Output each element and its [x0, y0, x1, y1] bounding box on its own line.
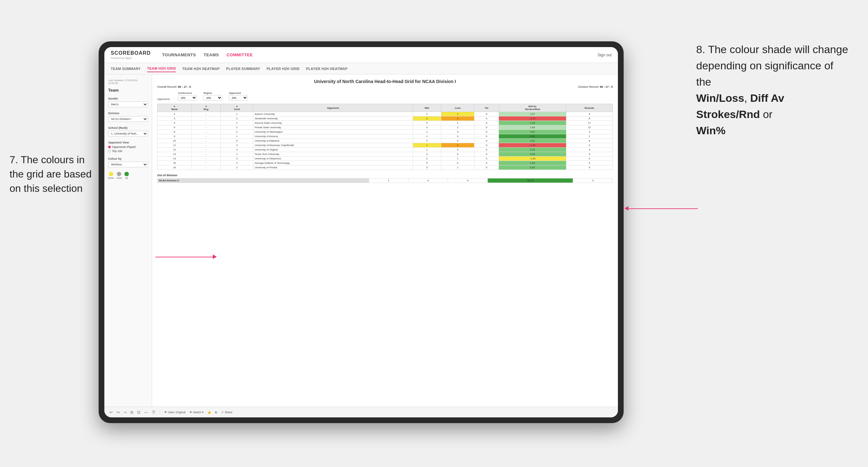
- sub-nav-player-summary[interactable]: PLAYER SUMMARY: [226, 65, 260, 72]
- arrow-right-line: [628, 208, 698, 209]
- table-row: 11 - 4 University of Arkansas, Fayettevi…: [157, 143, 613, 148]
- cell-diff: 2.28: [499, 121, 566, 125]
- sidebar-colourby-label: Colour by: [108, 157, 148, 160]
- cell-rounds: 3: [566, 130, 613, 134]
- sidebar-radio-top100[interactable]: Top 100: [108, 150, 148, 153]
- region-filter: Region (All): [203, 92, 222, 100]
- toolbar-grid-btn[interactable]: ⊞: [215, 411, 217, 414]
- cell-opponent: Arizona State University: [253, 121, 413, 125]
- cell-opponent: Florida State University: [253, 125, 413, 130]
- toolbar-forward-icon[interactable]: ⤻: [123, 410, 127, 414]
- cell-win: 0: [413, 117, 441, 121]
- cell-rounds: 9: [566, 165, 613, 170]
- sub-nav-team-h2h-grid[interactable]: TEAM H2H GRID: [147, 65, 176, 72]
- sidebar-school-select[interactable]: 1. University of Nort...: [108, 131, 148, 136]
- od-diff: 26.00: [488, 179, 573, 183]
- table-row: 6 - 2 Florida State University 4 2 0 1.8…: [157, 125, 613, 130]
- cell-loss: 0: [441, 139, 474, 143]
- cell-tie: 0: [474, 130, 499, 134]
- cell-win: 1: [413, 134, 441, 139]
- toolbar-view-btn[interactable]: 👁 View: Original: [164, 411, 186, 414]
- main-content: Last Updated: 27/03/2024 16:55:38 Team G…: [104, 74, 618, 407]
- radio-opponents-dot: [108, 146, 111, 148]
- logo: SCOREBOARD: [111, 50, 151, 56]
- od-label: NCAA Division II: [157, 179, 369, 183]
- cell-conf: 2: [220, 165, 253, 170]
- opponent-select[interactable]: (All): [229, 95, 248, 100]
- cell-conf: 2: [220, 130, 253, 134]
- cell-win: 1: [413, 148, 441, 152]
- cell-reg: -: [191, 125, 220, 130]
- cell-tie: 0: [474, 125, 499, 130]
- top-nav: SCOREBOARD Powered by clippd TOURNAMENTS…: [104, 47, 618, 63]
- th-opponent: Opponent: [253, 104, 413, 112]
- annotation-right-bold3: Win%: [696, 124, 725, 136]
- sub-nav-team-summary[interactable]: TEAM SUMMARY: [111, 65, 141, 72]
- annotation-left: 7. The colours in the grid are based on …: [9, 153, 99, 195]
- out-of-division-table: NCAA Division II 1 0 0 26.00 3: [157, 178, 613, 183]
- toolbar-redo-icon[interactable]: ↪: [117, 410, 120, 414]
- arrow-left-head: [213, 254, 217, 259]
- sub-nav-player-h2h-grid[interactable]: PLAYER H2H GRID: [267, 65, 300, 72]
- toolbar-clock-icon[interactable]: ⏱: [152, 410, 156, 414]
- cell-rounds: 2: [566, 134, 613, 139]
- nav-link-tournaments[interactable]: TOURNAMENTS: [162, 51, 196, 59]
- sign-out[interactable]: Sign out: [597, 53, 612, 57]
- cell-loss: 4: [441, 117, 474, 121]
- cell-win: 1: [413, 143, 441, 148]
- region-label: Region: [203, 92, 222, 94]
- toolbar-share-btn[interactable]: ↗ Share: [221, 411, 232, 414]
- toolbar-copy-icon[interactable]: ⧉: [130, 410, 133, 414]
- cell-opponent: University of Arkansas, Fayetteville: [253, 143, 413, 148]
- tablet-device: SCOREBOARD Powered by clippd TOURNAMENTS…: [99, 41, 624, 423]
- nav-link-teams[interactable]: TEAMS: [204, 51, 219, 59]
- watch-icon: 👁: [189, 411, 192, 414]
- legend-level: Level: [117, 172, 122, 179]
- opponents-filter: Opponents:: [157, 98, 172, 100]
- cell-tie: 0: [474, 134, 499, 139]
- toolbar-thumb-btn[interactable]: 👍: [208, 411, 211, 414]
- cell-rank: 16: [157, 165, 192, 170]
- table-row: 15 - 4 Georgia Institute of Technology 5…: [157, 161, 613, 165]
- sidebar-division-select[interactable]: NCAA Division I: [108, 116, 148, 122]
- region-select[interactable]: (All): [203, 95, 222, 100]
- cell-loss: 1: [441, 112, 474, 117]
- toolbar-undo-icon[interactable]: ↩: [110, 410, 113, 414]
- cell-opponent: University of Florida: [253, 165, 413, 170]
- sidebar-colourby-select[interactable]: Win/loss: [108, 162, 148, 167]
- cell-tie: 0: [474, 143, 499, 148]
- sub-nav: TEAM SUMMARY TEAM H2H GRID TEAM H2H HEAT…: [104, 63, 618, 74]
- cell-reg: -: [191, 143, 220, 148]
- nav-link-committee[interactable]: COMMITTEE: [226, 51, 253, 59]
- cell-win: 1: [413, 130, 441, 134]
- sidebar: Last Updated: 27/03/2024 16:55:38 Team G…: [104, 74, 152, 407]
- cell-win: 5: [413, 121, 441, 125]
- sidebar-legend: Down Level Up: [108, 172, 148, 179]
- table-body: 2 - 1 Auburn University 2 1 0 1.67 9 3 -…: [157, 112, 613, 170]
- od-loss: 0: [408, 179, 448, 183]
- cell-conf: 2: [220, 117, 253, 121]
- grid-records: Overall Record: 89 - 17 - 0 Division Rec…: [157, 85, 613, 88]
- toolbar-dash-icon[interactable]: —: [144, 410, 148, 414]
- sub-nav-team-h2h-heatmap[interactable]: TEAM H2H HEATMAP: [182, 65, 220, 72]
- conference-select[interactable]: (All): [178, 95, 197, 100]
- cell-reg: -: [191, 165, 220, 170]
- cell-opponent: Vanderbilt University: [253, 117, 413, 121]
- sub-nav-player-h2h-heatmap[interactable]: PLAYER H2H HEATMAP: [306, 65, 348, 72]
- radio-opponents-label: Opponents Played: [112, 145, 135, 149]
- cell-rank: 3: [157, 117, 192, 121]
- cell-rank: 13: [157, 152, 192, 157]
- toolbar-crop-icon[interactable]: ⊡: [137, 410, 140, 414]
- sidebar-gender-select[interactable]: Men's: [108, 101, 148, 107]
- table-row: 2 - 1 Auburn University 2 1 0 1.67 9: [157, 112, 613, 117]
- cell-loss: 1: [441, 165, 474, 170]
- sidebar-radio-opponents[interactable]: Opponents Played: [108, 145, 148, 149]
- conference-label: Conference: [178, 92, 197, 94]
- opponents-label: Opponents:: [157, 98, 170, 100]
- cell-rounds: 8: [566, 117, 613, 121]
- opponent-label: Opponent: [229, 92, 248, 94]
- cell-loss: 0: [441, 148, 474, 152]
- toolbar-watch-btn[interactable]: 👁 Watch ▾: [189, 411, 204, 414]
- arrow-left-line: [155, 257, 214, 257]
- cell-rounds: 9: [566, 112, 613, 117]
